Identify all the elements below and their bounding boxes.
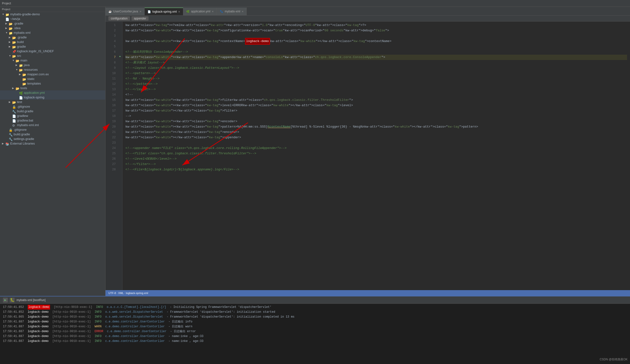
gutter-cell (118, 112, 122, 118)
tab-application-yml[interactable]: 🌿 application.yml ✕ (183, 8, 217, 15)
folder-icon: 📂 (9, 22, 13, 25)
tree-item-gitignore2[interactable]: 🔒.gitignore (0, 127, 105, 132)
log-message: - FrameworkServlet 'dispatcherServlet': … (167, 314, 294, 319)
code-line: <!--输出到控制台 ConsoleAppender--> (126, 49, 627, 55)
log-app-name: logback-demo (28, 305, 50, 310)
run-icon[interactable]: ▶ (3, 298, 8, 302)
tree-item-resources-dir[interactable]: ▼📂resources (0, 67, 105, 72)
tree-item-idea-dir[interactable]: ▶📂.idea (0, 26, 105, 30)
line-number: 1 (106, 22, 116, 28)
line-number: 19 (106, 119, 116, 124)
tree-item-templates-dir[interactable]: 📂templates (0, 81, 105, 86)
gutter-cell (118, 107, 122, 112)
log-app-name: logback-demo (28, 310, 48, 314)
tree-item-ws-ja[interactable]: 📄~/ws/ja (0, 16, 105, 21)
gutter-cell (118, 160, 122, 166)
tree-label: resources (24, 68, 38, 72)
breadcrumb-configuration[interactable]: configuration (108, 16, 130, 21)
log-message: - name:inke , age:33 (168, 339, 204, 344)
log-class: c.e.demo.controller.UserContorller (107, 329, 166, 334)
tree-item-build-gradle2[interactable]: 🔧build.gradle (0, 132, 105, 136)
tree-item-settings-gradle[interactable]: 🔧settings.gradle (0, 136, 105, 141)
tree-label: application.yml (24, 91, 45, 94)
tree-item-mapper-dir[interactable]: ▶📂mapper.com.ex (0, 72, 105, 76)
folder-icon: 📂 (12, 36, 16, 39)
tree-item-application-yml[interactable]: 🌿application.yml (0, 90, 105, 95)
tree-item-java-dir[interactable]: ▶📁java (0, 63, 105, 67)
log-message: - name:inke , age:33 (168, 334, 204, 339)
tree-item-mybatis-xml-dir[interactable]: ▼📁mybatis-xml (0, 30, 105, 35)
line-number: 5 (106, 44, 116, 49)
gutter-cell (118, 144, 122, 150)
tab-usercontorller[interactable]: ☕ UserContorller.java ✕ (106, 8, 144, 15)
gutter-cell (118, 102, 122, 107)
log-class: c.e.demo.controller.UserContorller (105, 339, 165, 344)
tree-arrow: ▶ (19, 73, 22, 76)
tree-item-gradlew-bat[interactable]: 📄gradlew.bat (0, 118, 105, 123)
log-thread: [http-nio-9010-exec-1] (52, 310, 91, 314)
log-class: o.s.web.servlet.DispatcherServlet (105, 310, 163, 314)
tree-item-logback-logdir[interactable]: 📌logback.logdir_IS_UNDEF (0, 49, 105, 54)
tree-item-mybatis-gradle-demo[interactable]: ▼📁mybatis-gradle-demo (0, 12, 105, 16)
log-line: 17:59:41.887 logback-demo [http-nio-9010… (3, 339, 627, 344)
log-line: 17:59:41.865 logback-demo [http-nio-9010… (3, 314, 627, 319)
tab-logback-spring[interactable]: 📄 logback-spring.xml ✕ (144, 8, 183, 15)
log-class: c.e.demo.controller.UserContorller (105, 334, 165, 339)
tree-item-test-dir[interactable]: ▶📂test (0, 100, 105, 104)
tree-item-tools-dir[interactable]: ▶📂tools (0, 86, 105, 90)
log-level: INFO (94, 334, 102, 339)
close-icon[interactable]: ✕ (140, 10, 142, 13)
code-line: kw-attr">class="kw-white"><kw-attr">clas… (126, 119, 627, 124)
terminal-area: ▶ 🐛 mybatis-xml [bootRun] 17:59:41.852 l… (0, 296, 630, 364)
code-content[interactable]: kw-attr">class="kw-tag"><?xmlkw-attr">cl… (122, 22, 630, 290)
log-timestamp: 17:59:41.887 (3, 319, 24, 324)
line-number: 18 (106, 114, 116, 119)
main-area: Project ▼📁mybatis-gradle-demo📄~/ws/ja▶📂.… (0, 7, 630, 296)
breadcrumb-appender[interactable]: appender (132, 16, 149, 21)
file-icon: 📄 (12, 114, 16, 117)
tree-item-gradle-sub[interactable]: ▶📂.gradle (0, 35, 105, 40)
editor-area: ☕ UserContorller.java ✕ 📄 logback-spring… (106, 7, 630, 296)
tree-item-src-dir[interactable]: ▼📂src (0, 54, 105, 58)
log-line: 17:59:41.887 logback-demo [http-nio-9010… (3, 324, 627, 329)
tree-item-gradlew[interactable]: 📄gradlew (0, 114, 105, 118)
tree-item-logback-spring-xml[interactable]: 📄logback-spring (0, 95, 105, 100)
log-timestamp: 17:59:41.852 (3, 310, 24, 314)
code-line (126, 44, 627, 49)
tree-item-main-dir[interactable]: ▼📂main (0, 58, 105, 63)
tree-item-gradle-dir[interactable]: ▶📂.gradle (0, 21, 105, 26)
log-line: 17:59:41.852 logback-demo [http-nio-9010… (3, 310, 627, 314)
gutter-cell (118, 38, 122, 43)
tree-item-build-gradle[interactable]: 🔧build.gradle (0, 109, 105, 114)
close-icon[interactable]: ✕ (212, 10, 214, 13)
gutter-cell (118, 86, 122, 91)
tab-mybatis-xml[interactable]: 🐾 mybatis-xml ✕ (217, 8, 247, 15)
code-line: kw-attr">class="kw-white"></kw-attr">cla… (126, 108, 627, 114)
line-number: 12 (106, 82, 116, 87)
log-line: 17:59:41.852 logback-demo [http-nio-9010… (3, 305, 627, 310)
line-number: 2 (106, 28, 116, 33)
tree-item-gitignore[interactable]: 🔒.gitignore (0, 104, 105, 109)
close-icon[interactable]: ✕ (178, 10, 180, 13)
log-app-name: logback-demo (28, 329, 48, 334)
line-number: 14 (106, 92, 116, 98)
terminal-content[interactable]: 17:59:41.852 logback-demo [http-nio-9010… (0, 304, 630, 364)
tree-label: .gitignore (14, 128, 26, 132)
tree-arrow: ▶ (2, 142, 5, 145)
tree-item-static-dir[interactable]: 📂static (0, 76, 105, 81)
log-thread: [http-nio-9010-exec-1] (54, 305, 92, 310)
log-app-name: logback-demo (28, 334, 48, 339)
tree-item-build-sub[interactable]: ▶📂build (0, 40, 105, 44)
line-number: 21 (106, 130, 116, 135)
tree-item-external-libs[interactable]: ▶📚External Libraries (0, 141, 105, 146)
tree-item-mybatis-xml-iml[interactable]: ⚙mybatis-xml.iml (0, 123, 105, 127)
line-number: 23 (106, 140, 116, 146)
tree-item-gradle-sub2[interactable]: ▶📂gradle (0, 44, 105, 49)
tree-label: logback-spring (24, 96, 44, 99)
sidebar-header: Project (0, 7, 105, 12)
close-icon[interactable]: ✕ (242, 10, 244, 13)
tab-label: UserContorller.java (113, 10, 138, 13)
gutter-cell (118, 166, 122, 171)
debug-icon[interactable]: 🐛 (10, 298, 14, 302)
xml-icon: 📄 (148, 10, 151, 13)
